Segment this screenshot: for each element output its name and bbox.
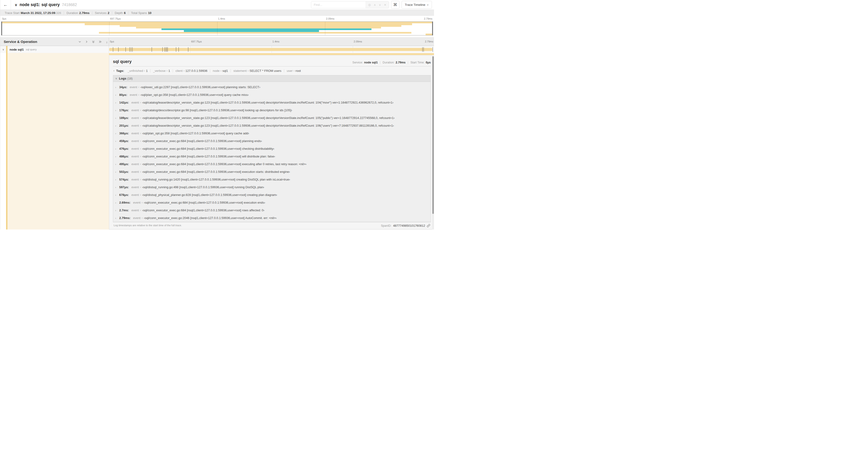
log-row[interactable]: ›142μs:event=‹sql/catalog/lease/descript… (115, 99, 429, 106)
log-row[interactable]: ›486μs:event=‹sql/conn_executor_exec.go:… (115, 153, 429, 160)
expand-one-icon[interactable] (85, 40, 88, 43)
chevron-right-icon[interactable]: › (115, 209, 119, 212)
chevron-right-icon[interactable]: › (115, 147, 119, 150)
back-button[interactable]: ← (0, 0, 11, 9)
find-clear-icon[interactable]: ✕ (384, 3, 386, 6)
log-row[interactable]: ›495μs:event=‹sql/conn_executor_exec.go:… (115, 160, 429, 168)
find-next-icon[interactable]: ∨ (379, 3, 381, 6)
chevron-right-icon[interactable]: › (115, 132, 119, 135)
chevron-right-icon[interactable]: › (115, 201, 119, 204)
minimap-span-bar (136, 27, 381, 28)
log-field-key: event (131, 116, 139, 120)
log-field-key: event (131, 101, 139, 104)
service-color-strip (6, 46, 7, 53)
tag-value: root (296, 69, 301, 72)
column-resize-grip[interactable]: ‖ (106, 41, 107, 44)
collapse-controls (78, 40, 102, 43)
deep-link-icon[interactable] (427, 224, 430, 227)
tags-row[interactable]: › Tags: _unfinished=1_verbose=1client=12… (113, 66, 431, 75)
tag-value: 1 (168, 69, 170, 72)
logs-header[interactable]: ∨ Logs (18) (113, 75, 431, 82)
log-event: event=‹sql/exec_util.go:2297 [nsql1,clie… (130, 85, 260, 89)
log-row[interactable]: ›2.79ms:event=‹sql/conn_executor_exec.go… (115, 214, 429, 222)
vertical-scrollbar[interactable] (432, 56, 434, 230)
locate-icon[interactable]: ◎ (368, 3, 371, 6)
minimap-span-bar (99, 32, 411, 34)
keyboard-shortcuts-button[interactable]: ⌘ (391, 1, 400, 9)
scrollbar-thumb[interactable] (432, 56, 434, 214)
chevron-right-icon[interactable]: › (115, 117, 119, 120)
chevron-right-icon[interactable]: › (115, 217, 119, 220)
chevron-right-icon[interactable]: › (115, 140, 119, 142)
log-marker-tick (424, 47, 424, 52)
log-event: event=‹sql/catalog/lease/descriptor_vers… (131, 116, 395, 120)
minimap-span-bar (426, 34, 433, 35)
span-bar-track[interactable] (109, 46, 434, 53)
chevron-right-icon[interactable]: › (115, 155, 119, 158)
span-row[interactable]: ∨ node sql1 sql query (0, 46, 434, 53)
minimap-span-bar (161, 28, 371, 30)
minimap-right-scrubber[interactable] (432, 22, 433, 35)
collapse-all-icon[interactable] (92, 40, 95, 43)
tag-key: node (213, 69, 220, 72)
log-row[interactable]: ›176μs:event=‹sql/catalog/descs/descript… (115, 106, 429, 114)
detail-left-fill (7, 55, 109, 230)
log-field-value: ‹sql/catalog/descs/descriptor.go:98 [nsq… (142, 108, 292, 112)
log-event: event=‹sql/distsql_running.go:1420 [nsql… (131, 178, 290, 181)
log-marker-tick (167, 47, 168, 52)
log-row[interactable]: ›574μs:event=‹sql/distsql_running.go:142… (115, 176, 429, 183)
log-row[interactable]: ›678μs:event=‹sql/distsql_physical_plann… (115, 191, 429, 199)
trace-view-select[interactable]: Trace Timeline ∨ (402, 1, 432, 9)
equals-sign: = (139, 209, 142, 212)
log-timestamp: 2.79ms: (119, 216, 130, 220)
chevron-right-icon[interactable]: › (115, 124, 119, 127)
log-row[interactable]: ›366μs:event=‹sql/plan_opt.go:358 [nsql1… (115, 129, 429, 137)
log-field-key: event (131, 178, 139, 181)
span-duration-bar[interactable] (109, 48, 432, 51)
log-timestamp: 597μs: (119, 186, 129, 189)
log-row[interactable]: ›189μs:event=‹sql/catalog/lease/descript… (115, 114, 429, 122)
chevron-right-icon[interactable]: › (115, 101, 119, 104)
log-row[interactable]: ›597μs:event=‹sql/distsql_running.go:498… (115, 183, 429, 191)
log-row[interactable]: ›2.69ms:event=‹sql/conn_executor_exec.go… (115, 199, 429, 206)
log-row[interactable]: ›2.7ms:event=‹sql/conn_executor_exec.go:… (115, 206, 429, 214)
chevron-right-icon[interactable]: › (115, 109, 119, 112)
collapse-one-icon[interactable] (78, 40, 82, 43)
span-detail-meta: Service:node sql1 Duration:2.79ms Start … (352, 61, 431, 64)
log-row[interactable]: ›476μs:event=‹sql/conn_executor_exec.go:… (115, 145, 429, 153)
service-label: Service: (352, 61, 363, 64)
log-marker-tick (131, 47, 131, 52)
chevron-right-icon[interactable]: › (115, 163, 119, 166)
log-row[interactable]: ›34μs:event=‹sql/exec_util.go:2297 [nsql… (115, 83, 429, 91)
chevron-right-icon[interactable]: › (115, 94, 119, 96)
chevron-right-icon[interactable]: › (115, 86, 119, 89)
log-row[interactable]: ›502μs:event=‹sql/conn_executor_exec.go:… (115, 168, 429, 176)
log-marker-tick (176, 47, 176, 52)
timeline-tick-label: 2.79ms (425, 40, 433, 43)
chevron-right-icon[interactable]: › (114, 69, 114, 72)
log-row[interactable]: ›201μs:event=‹sql/catalog/lease/descript… (115, 122, 429, 129)
chevron-right-icon[interactable]: › (115, 194, 119, 196)
minimap-left-scrubber[interactable] (1, 22, 2, 35)
expand-all-icon[interactable] (98, 40, 102, 43)
detail-left-fill (7, 53, 109, 55)
span-collapse-chevron-icon[interactable]: ∨ (2, 48, 6, 51)
equals-sign: = (141, 217, 144, 220)
chevron-right-icon[interactable]: › (115, 170, 119, 173)
title-collapse-chevron-icon[interactable]: ∨ (15, 3, 17, 7)
find-prev-icon[interactable]: ∧ (374, 3, 376, 6)
tag-key: client (176, 69, 183, 72)
log-event: event=‹sql/plan_opt.go:358 [nsql1,client… (131, 132, 249, 135)
log-row[interactable]: ›80μs:event=‹sql/plan_opt.go:358 [nsql1,… (115, 91, 429, 99)
log-marker-tick (129, 47, 130, 52)
tag-key: user (287, 69, 292, 72)
chevron-right-icon[interactable]: › (115, 178, 119, 181)
divider (380, 61, 380, 64)
log-timestamp: 80μs: (119, 93, 127, 97)
minimap-canvas[interactable] (1, 22, 433, 35)
log-row[interactable]: ›459μs:event=‹sql/conn_executor_exec.go:… (115, 137, 429, 145)
chevron-right-icon[interactable]: › (115, 186, 119, 189)
tag-value: 1 (146, 69, 148, 72)
find-input[interactable] (311, 1, 366, 8)
log-field-key: event (131, 124, 139, 127)
